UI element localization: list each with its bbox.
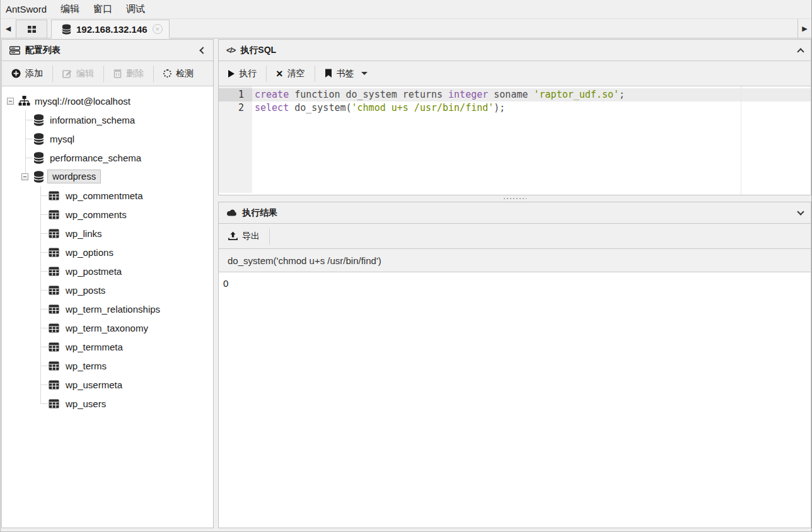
tree-node-label: wp_termmeta — [66, 342, 123, 352]
database-icon — [33, 133, 44, 145]
tab-close-icon[interactable]: × — [153, 24, 163, 34]
tree-node-database-selected[interactable]: wordpress — [2, 167, 213, 186]
sql-editor[interactable]: 1 2 create function do_system returns in… — [219, 86, 811, 195]
tree-node-label: wp_posts — [66, 285, 105, 296]
tree-node-database[interactable]: performance_schema — [2, 148, 213, 167]
main-area: </> 执行SQL 执行 × 清空 书签 — [218, 39, 811, 528]
tree-node-table[interactable]: wp_termmeta — [2, 337, 213, 356]
tree-node-table[interactable]: wp_users — [2, 394, 213, 413]
tree-node-table[interactable]: wp_links — [2, 224, 213, 243]
column-header-label: do_system('chmod u+s /usr/bin/find') — [228, 255, 381, 266]
edit-button[interactable]: 编辑 — [53, 61, 103, 86]
collapse-up-icon[interactable] — [797, 48, 804, 55]
table-icon — [49, 248, 59, 257]
export-button-label: 导出 — [242, 231, 260, 242]
sql-toolbar: 执行 × 清空 书签 — [219, 61, 811, 86]
table-icon — [49, 399, 59, 408]
result-empty-area — [219, 294, 811, 528]
editor-gutter: 1 2 — [219, 86, 252, 193]
chevron-down-icon — [361, 72, 368, 75]
table-icon — [49, 210, 59, 219]
menu-item-antsword[interactable]: AntSword — [1, 4, 54, 14]
line-number: 1 — [219, 88, 252, 101]
tree-node-label: wp_terms — [66, 361, 107, 371]
sql-panel: </> 执行SQL 执行 × 清空 书签 — [218, 39, 811, 195]
test-button-label: 检测 — [176, 68, 194, 79]
test-button[interactable]: 检测 — [154, 61, 203, 86]
sql-panel-header: </> 执行SQL — [219, 40, 811, 61]
result-toolbar: 导出 — [219, 224, 811, 249]
collapse-down-icon[interactable] — [797, 208, 804, 215]
result-cell-value: 0 — [223, 278, 228, 289]
tree-node-label: wp_users — [66, 398, 106, 409]
tree-node-table[interactable]: wp_commentmeta — [2, 186, 213, 205]
table-icon — [49, 323, 59, 333]
bookmark-button-label: 书签 — [337, 68, 354, 79]
tree-node-table[interactable]: wp_term_taxonomy — [2, 318, 213, 337]
tree-node-database[interactable]: mysql — [2, 129, 213, 148]
delete-button[interactable]: 删除 — [104, 61, 153, 86]
tree-node-table[interactable]: wp_postmeta — [2, 262, 213, 280]
horizontal-splitter[interactable] — [218, 195, 811, 202]
code-line: select do_system('chmod u+s /usr/bin/fin… — [252, 101, 811, 115]
collapse-toggle-icon[interactable] — [7, 98, 14, 105]
menu-item-edit[interactable]: 编辑 — [54, 3, 86, 15]
right-arrow-icon: ▶ — [802, 25, 807, 33]
tree-node-table[interactable]: wp_posts — [2, 280, 213, 299]
tab-home-grid[interactable] — [16, 20, 47, 38]
tree-node-database[interactable]: information_schema — [2, 110, 213, 129]
collapse-toggle-icon[interactable] — [21, 173, 28, 180]
collapse-left-icon[interactable] — [199, 47, 206, 54]
tab-scroll-right-button[interactable]: ▶ — [798, 19, 811, 38]
connection-tree: mysql://root@localhost information_schem… — [2, 86, 213, 528]
tab-bar: ◀ 192.168.132.146 × ▶ — [1, 19, 811, 38]
tree-node-table[interactable]: wp_options — [2, 243, 213, 262]
menu-bar: AntSword 编辑 窗口 调试 — [1, 0, 811, 19]
sidebar-title: 配置列表 — [25, 45, 61, 56]
tree-node-label: wp_options — [66, 247, 113, 258]
execute-button[interactable]: 执行 — [219, 61, 266, 86]
tree-node-label: information_schema — [50, 115, 135, 125]
table-icon — [49, 267, 59, 276]
upload-icon — [228, 231, 238, 241]
menu-item-window[interactable]: 窗口 — [86, 3, 119, 15]
bookmark-icon — [325, 69, 332, 78]
tab-active-host[interactable]: 192.168.132.146 × — [51, 20, 170, 38]
tree-node-label: mysql://root@localhost — [35, 96, 130, 107]
tree-node-table[interactable]: wp_usermeta — [2, 375, 213, 394]
tree-node-label: wp_term_taxonomy — [66, 323, 148, 333]
add-button-label: 添加 — [25, 68, 43, 79]
tree-node-label: wp_postmeta — [66, 266, 122, 277]
add-button[interactable]: 添加 — [2, 61, 52, 86]
tree-node-label: wp_links — [66, 228, 102, 239]
table-icon — [49, 361, 59, 371]
result-grid-row[interactable]: 0 — [219, 272, 811, 294]
tree-node-table[interactable]: wp_comments — [2, 205, 213, 224]
tab-scroll-left-button[interactable]: ◀ — [1, 19, 16, 38]
database-icon — [33, 171, 44, 183]
bookmark-button[interactable]: 书签 — [315, 61, 377, 86]
trash-icon — [113, 69, 122, 78]
left-arrow-icon: ◀ — [6, 25, 11, 33]
line-number: 2 — [219, 101, 252, 115]
table-icon — [49, 286, 59, 295]
tree-node-table[interactable]: wp_term_relationships — [2, 299, 213, 318]
execute-button-label: 执行 — [239, 68, 257, 79]
tree-node-label: wordpress — [47, 170, 101, 183]
result-grid-column-header[interactable]: do_system('chmod u+s /usr/bin/find') — [219, 249, 811, 272]
tree-node-label: wp_commentmeta — [66, 190, 143, 201]
tree-node-table[interactable]: wp_terms — [2, 356, 213, 375]
clear-button[interactable]: × 清空 — [267, 61, 315, 86]
menu-item-debug[interactable]: 调试 — [119, 3, 152, 15]
grid-icon — [27, 25, 37, 33]
sidebar-header: 配置列表 — [2, 40, 213, 61]
delete-button-label: 删除 — [126, 68, 144, 79]
tree-node-connection[interactable]: mysql://root@localhost — [2, 91, 213, 110]
database-icon — [62, 24, 71, 35]
table-icon — [49, 229, 59, 238]
export-button[interactable]: 导出 — [219, 224, 269, 248]
editor-code-area: create function do_system returns intege… — [252, 88, 811, 195]
plus-circle-icon — [11, 69, 21, 78]
clear-button-label: 清空 — [287, 68, 305, 79]
edit-button-label: 编辑 — [76, 68, 94, 79]
